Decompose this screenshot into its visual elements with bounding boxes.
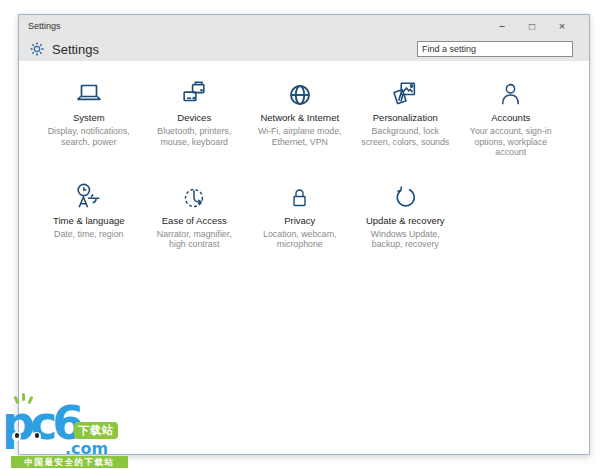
clock-language-icon bbox=[74, 180, 104, 212]
category-description: Narrator, magnifier, high contrast bbox=[157, 229, 232, 250]
printer-devices-icon bbox=[179, 77, 209, 109]
category-label: Accounts bbox=[491, 112, 530, 124]
category-label: Time & language bbox=[53, 215, 124, 227]
category-accounts[interactable]: Accounts Your account, sign-in options, … bbox=[458, 77, 564, 158]
person-icon bbox=[497, 77, 524, 109]
category-ease-of-access[interactable]: Ease of Access Narrator, magnifier, high… bbox=[142, 180, 248, 250]
lock-icon bbox=[287, 180, 312, 212]
category-time-language[interactable]: Time & language Date, time, region bbox=[36, 180, 142, 250]
category-description: Background, lock screen, colors, sounds bbox=[361, 126, 449, 147]
category-label: Devices bbox=[177, 112, 211, 124]
category-description: Display, notifications, search, power bbox=[48, 126, 130, 147]
category-devices[interactable]: Devices Bluetooth, printers, mouse, keyb… bbox=[142, 77, 248, 158]
category-privacy[interactable]: Privacy Location, webcam, microphone bbox=[247, 180, 353, 250]
category-label: Update & recovery bbox=[366, 215, 445, 227]
category-grid-row2: Time & language Date, time, region Ease … bbox=[36, 180, 589, 250]
category-label: System bbox=[73, 112, 105, 124]
category-label: Network & Internet bbox=[260, 112, 339, 124]
category-system[interactable]: System Display, notifications, search, p… bbox=[36, 77, 142, 158]
category-label: Personalization bbox=[373, 112, 438, 124]
page-title: Settings bbox=[52, 42, 99, 57]
category-label: Privacy bbox=[284, 215, 315, 227]
category-description: Your account, sign-in options, workplace… bbox=[470, 126, 552, 158]
category-personalization[interactable]: Personalization Background, lock screen,… bbox=[353, 77, 459, 158]
category-description: Windows Update, backup, recovery bbox=[371, 229, 440, 250]
dashed-circle-arrow-icon bbox=[180, 180, 208, 212]
app-header: Settings bbox=[19, 37, 589, 61]
laptop-icon bbox=[73, 77, 105, 109]
pc6-watermark: pc6 下载站 .com 中国最安全的下载站 bbox=[2, 396, 130, 468]
title-bar[interactable]: Settings − □ × bbox=[19, 15, 589, 37]
category-grid-row1: System Display, notifications, search, p… bbox=[36, 77, 589, 158]
eye-icon bbox=[32, 432, 41, 441]
refresh-arrow-icon bbox=[391, 180, 419, 212]
category-description: Date, time, region bbox=[54, 229, 123, 240]
pc6-badge: 下载站 bbox=[74, 422, 118, 439]
category-description: Location, webcam, microphone bbox=[263, 229, 336, 250]
maximize-button[interactable]: □ bbox=[517, 15, 547, 37]
gear-icon bbox=[30, 42, 44, 56]
search-input[interactable] bbox=[417, 41, 573, 57]
close-button[interactable]: × bbox=[547, 15, 577, 37]
category-description: Bluetooth, printers, mouse, keyboard bbox=[157, 126, 231, 147]
minimize-button[interactable]: − bbox=[487, 15, 517, 37]
picture-frames-icon bbox=[390, 77, 420, 109]
window-title: Settings bbox=[28, 21, 61, 31]
settings-window: Settings − □ × Settings bbox=[18, 14, 590, 455]
globe-icon bbox=[286, 77, 314, 109]
pc6-logo: pc6 下载站 .com bbox=[2, 396, 130, 456]
eye-icon bbox=[12, 432, 21, 441]
category-network[interactable]: Network & Internet Wi-Fi, airplane mode,… bbox=[247, 77, 353, 158]
category-description: Wi-Fi, airplane mode, Ethernet, VPN bbox=[258, 126, 342, 147]
category-update-recovery[interactable]: Update & recovery Windows Update, backup… bbox=[353, 180, 459, 250]
category-label: Ease of Access bbox=[162, 215, 227, 227]
pc6-com-text: .com bbox=[65, 439, 108, 458]
window-controls: − □ × bbox=[487, 15, 577, 37]
